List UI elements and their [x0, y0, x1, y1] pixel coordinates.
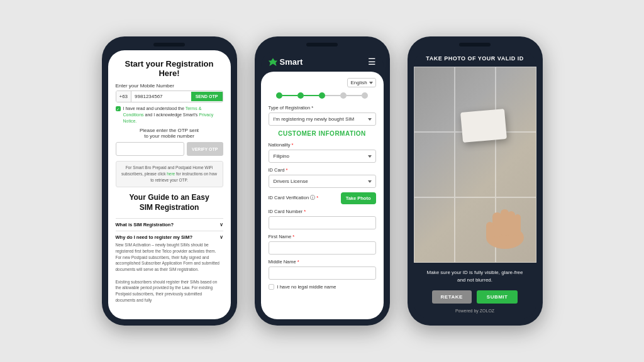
take-photo-header-title: TAKE PHOTO OF YOUR VALID ID	[421, 55, 529, 62]
step-line-4	[347, 95, 362, 96]
no-middle-name-row: I have no legal middle name	[269, 284, 376, 290]
svg-rect-5	[514, 214, 521, 236]
checkmark-icon: ✓	[116, 107, 119, 111]
retake-button[interactable]: RETAKE	[432, 290, 472, 304]
take-photo-button[interactable]: Take Photo	[341, 192, 376, 204]
grid-cell-6	[496, 132, 536, 197]
type-of-reg-select[interactable]: I'm registering my newly bought SIM	[269, 112, 376, 126]
middle-name-label: Middle Name *	[269, 259, 376, 265]
id-card-preview	[460, 109, 507, 143]
smart-logo: Smart	[269, 57, 303, 67]
hand-holding-id	[480, 194, 530, 250]
nationality-label: Nationality *	[269, 142, 376, 148]
powered-by-text: Powered by ZOLOZ	[421, 309, 529, 313]
camera-viewfinder	[414, 67, 536, 263]
no-middle-name-label: I have no legal middle name	[277, 284, 336, 290]
verify-otp-button[interactable]: VERIFY OTP	[187, 142, 223, 156]
first-name-label: First Name *	[269, 234, 376, 239]
phone-2: Smart ☰ English	[255, 36, 390, 326]
language-select[interactable]: English	[347, 78, 376, 87]
phone-1-screen: Start your Registration Here! Enter your…	[108, 50, 231, 319]
faq-1-chevron-icon: ∨	[219, 222, 223, 228]
main-scene: Start your Registration Here! Enter your…	[0, 0, 644, 362]
id-verification-label: ID Card Verification ⓘ *	[269, 195, 341, 201]
note-box: For Smart Bro Prepaid and Postpaid Home …	[116, 161, 223, 187]
smart-logo-icon	[269, 57, 277, 66]
phone-3: TAKE PHOTO OF YOUR VALID ID	[408, 36, 543, 326]
nationality-wrap: Filipino	[269, 149, 376, 163]
phone-2-screen: Smart ☰ English	[261, 50, 384, 319]
first-name-input[interactable]	[269, 241, 376, 255]
no-middle-name-checkbox[interactable]	[269, 284, 274, 290]
otp-input-row: VERIFY OTP	[116, 142, 223, 156]
id-verification-label-wrap: ID Card Verification ⓘ *	[269, 195, 341, 202]
id-verification-row: ID Card Verification ⓘ * Take Photo	[269, 192, 376, 204]
phone-2-body-scroll: English Type o	[261, 72, 384, 319]
phone-3-header: TAKE PHOTO OF YOUR VALID ID	[414, 50, 536, 67]
id-card-select[interactable]: Drivers License	[269, 175, 376, 188]
phone-2-header: Smart ☰	[261, 50, 384, 72]
otp-label: Please enter the OTP sentto your mobile …	[116, 128, 223, 139]
phone-1-mobile-label: Enter your Mobile Number	[116, 83, 223, 89]
faq-2-answer: New SIM Activation – newly bought SIMs s…	[116, 242, 223, 304]
terms-checkbox[interactable]: ✓	[116, 106, 121, 111]
hand-icon	[480, 194, 530, 250]
id-card-label: ID Card *	[269, 167, 376, 173]
phone-3-bottom: Make sure your ID is fully visible, glar…	[414, 263, 536, 319]
step-5-dot	[362, 92, 368, 99]
phone-1-notch	[153, 43, 185, 47]
svg-rect-6	[486, 222, 494, 239]
hamburger-icon[interactable]: ☰	[368, 57, 376, 67]
nationality-select[interactable]: Filipino	[269, 150, 376, 163]
otp-input[interactable]	[116, 142, 185, 156]
svg-marker-0	[269, 58, 277, 66]
guide-title: Your Guide to an EasySIM Registration	[116, 192, 223, 214]
submit-button[interactable]: SUBMIT	[477, 290, 518, 304]
faq-1-question[interactable]: What is SIM Registration? ∨	[116, 222, 223, 228]
step-line-2	[304, 95, 319, 96]
type-of-reg-wrap: I'm registering my newly bought SIM	[269, 112, 376, 126]
phone-1: Start your Registration Here! Enter your…	[102, 36, 237, 326]
camera-instruction: Make sure your ID is fully visible, glar…	[421, 269, 529, 284]
step-3-dot	[319, 92, 325, 99]
svg-rect-2	[492, 212, 502, 238]
phone-1-number-row: +63 9981234567 SEND OTP	[116, 90, 223, 102]
id-number-input[interactable]	[269, 216, 376, 229]
step-4-dot	[340, 92, 347, 99]
step-line-3	[325, 95, 340, 96]
id-card-wrap: Drivers License	[269, 174, 376, 188]
type-of-reg-label: Type of Registration *	[269, 105, 376, 111]
camera-buttons-row: RETAKE SUBMIT	[421, 290, 529, 304]
terms-text: I have read and understood the Terms & C…	[123, 106, 223, 124]
faq-2-chevron-icon: ∨	[219, 234, 223, 240]
phone-2-body: English Type o	[261, 72, 384, 319]
step-1-dot	[276, 92, 282, 99]
grid-cell-7	[414, 197, 455, 263]
customer-info-section-title: CUSTOMER INFORMATION	[269, 130, 376, 137]
svg-rect-4	[508, 211, 515, 236]
step-line-1	[282, 95, 297, 96]
note-text: For Smart Bro Prepaid and Postpaid Home …	[119, 165, 219, 183]
id-number-label: ID Card Number *	[269, 209, 376, 214]
send-otp-button[interactable]: SEND OTP	[191, 92, 223, 101]
faq-2-question[interactable]: Why do I need to register my SIM? ∨	[116, 234, 223, 240]
phone-1-terms-row: ✓ I have read and understood the Terms &…	[116, 106, 223, 124]
grid-cell-5	[455, 132, 496, 197]
grid-cell-4	[414, 132, 455, 197]
phone-1-number: 9981234567	[131, 91, 191, 102]
phone-2-notch	[306, 43, 338, 47]
phone-3-notch	[459, 43, 491, 47]
language-row: English	[269, 78, 376, 87]
smart-logo-text: Smart	[280, 57, 303, 67]
faq-item-1: What is SIM Registration? ∨	[116, 218, 223, 231]
steps-indicator	[269, 92, 376, 99]
middle-name-input[interactable]	[269, 266, 376, 280]
grid-cell-1	[414, 67, 455, 132]
faq-item-2: Why do I need to register my SIM? ∨ New …	[116, 231, 223, 307]
step-2-dot	[297, 92, 304, 99]
phone-1-title: Start your Registration Here!	[116, 59, 223, 78]
phone-1-prefix: +63	[116, 91, 132, 102]
note-link[interactable]: here	[167, 172, 175, 176]
phone-3-screen: TAKE PHOTO OF YOUR VALID ID	[414, 50, 536, 319]
